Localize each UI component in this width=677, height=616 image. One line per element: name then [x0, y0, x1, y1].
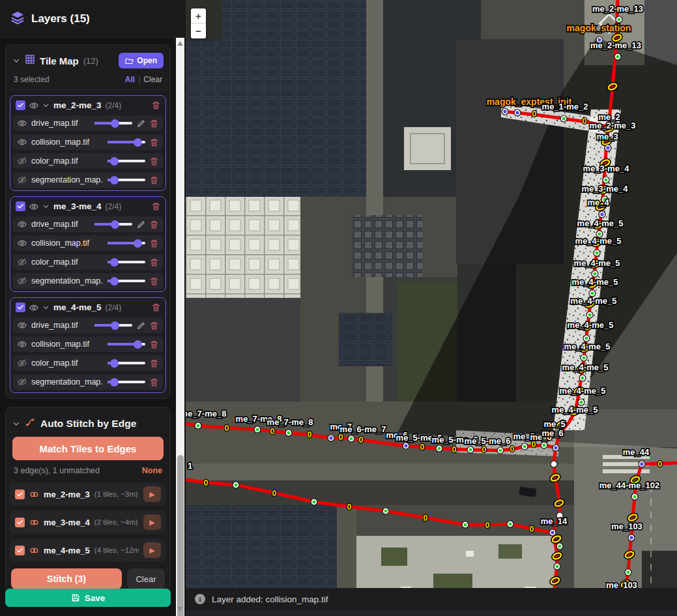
eye-icon[interactable]	[18, 239, 27, 248]
zoom-out-button[interactable]: −	[191, 23, 206, 38]
sidebar-scrollbar[interactable]	[176, 38, 184, 616]
open-button[interactable]: Open	[119, 53, 164, 68]
select-all-link[interactable]: All	[125, 75, 135, 84]
opacity-slider[interactable]	[108, 261, 145, 263]
save-button[interactable]: Save	[5, 589, 171, 607]
map-viewport[interactable]: 0000000000000000000me_2-me_13magok_stati…	[186, 0, 677, 616]
map-node-green-center	[581, 377, 584, 380]
edge-checkbox[interactable]	[15, 546, 25, 555]
delete-group-button[interactable]	[152, 101, 160, 110]
eye-off-icon[interactable]	[18, 359, 27, 368]
map-label-magok_station: magok_station	[567, 23, 631, 33]
edge-cost-label: 0	[347, 503, 352, 512]
edge-cost-label: 0	[583, 117, 587, 126]
clear-selection-link[interactable]: Clear	[143, 75, 162, 84]
eye-icon[interactable]	[18, 138, 27, 147]
group-eye-icon[interactable]	[29, 303, 38, 312]
delete-layer-button[interactable]	[150, 277, 158, 286]
delete-layer-button[interactable]	[150, 138, 158, 147]
match-tiles-button[interactable]: Match Tiles to Edges	[12, 437, 164, 460]
scroll-up-arrow[interactable]	[176, 39, 184, 48]
group-eye-icon[interactable]	[29, 202, 38, 211]
group-count: (2/4)	[106, 101, 122, 110]
opacity-slider[interactable]	[108, 280, 145, 282]
group-chevron-icon[interactable]	[42, 203, 50, 210]
run-edge-button[interactable]: ▶	[143, 514, 161, 530]
eye-icon[interactable]	[18, 340, 27, 349]
group-checkbox[interactable]	[16, 201, 25, 211]
delete-layer-button[interactable]	[150, 239, 158, 248]
delete-group-button[interactable]	[152, 303, 160, 312]
scrollbar-thumb[interactable]	[177, 455, 184, 616]
opacity-slider[interactable]	[108, 160, 145, 162]
layer-row-segmentation_map.tif: segmentation_map.tif	[13, 172, 163, 188]
delete-layer-button[interactable]	[150, 258, 158, 267]
layer-row-color_map.tif: color_map.tif	[13, 254, 163, 270]
eye-off-icon[interactable]	[18, 175, 27, 184]
layer-group-header[interactable]: me_2-me_3 (2/4)	[13, 98, 163, 112]
group-chevron-icon[interactable]	[42, 304, 50, 311]
edge-cost-label: 0	[510, 445, 515, 454]
layer-row-color_map.tif: color_map.tif	[13, 153, 163, 169]
edit-layer-button[interactable]	[137, 321, 145, 330]
group-chevron-icon[interactable]	[42, 102, 50, 109]
delete-layer-button[interactable]	[150, 220, 158, 229]
edge-checkbox[interactable]	[15, 490, 25, 499]
status-bar: i Layer added: collision_map.tif	[186, 588, 677, 610]
delete-layer-button[interactable]	[150, 176, 158, 184]
edit-layer-button[interactable]	[137, 119, 145, 128]
delete-layer-button[interactable]	[150, 359, 158, 368]
eye-off-icon[interactable]	[18, 257, 27, 267]
delete-layer-button[interactable]	[150, 119, 158, 128]
scroll-down-arrow[interactable]	[176, 605, 184, 613]
delete-layer-button[interactable]	[150, 157, 158, 166]
opacity-slider[interactable]	[108, 343, 145, 345]
eye-off-icon[interactable]	[18, 377, 27, 387]
delete-layer-button[interactable]	[150, 321, 158, 330]
edge-cost-label: 0	[270, 427, 275, 436]
layer-group-me_3-me_4: me_3-me_4 (2/4) drive_map.tif collision_…	[10, 196, 166, 292]
opacity-slider[interactable]	[94, 122, 132, 125]
map-node-purple-center	[600, 213, 603, 216]
edge-cost-label: 0	[485, 521, 490, 530]
run-edge-button[interactable]: ▶	[143, 542, 161, 558]
map-node-white[interactable]	[551, 461, 557, 467]
layer-group-header[interactable]: me_4-me_5 (2/4)	[13, 301, 163, 314]
layer-group-header[interactable]: me_3-me_4 (2/4)	[13, 199, 163, 213]
group-checkbox[interactable]	[16, 100, 25, 110]
eye-icon[interactable]	[18, 119, 27, 128]
zoom-in-button[interactable]: +	[191, 8, 206, 23]
delete-layer-button[interactable]	[150, 378, 158, 387]
opacity-slider[interactable]	[108, 242, 145, 244]
stitch-button[interactable]: Stitch (3)	[11, 568, 122, 589]
delete-layer-button[interactable]	[150, 340, 158, 349]
opacity-slider[interactable]	[108, 381, 145, 383]
none-link[interactable]: None	[142, 466, 162, 475]
map-node-purple-center	[404, 444, 407, 447]
edge-name: me_3-me_4	[44, 518, 90, 527]
group-eye-icon[interactable]	[29, 101, 38, 110]
eye-icon[interactable]	[18, 220, 27, 229]
clear-edges-button[interactable]: Clear	[127, 568, 165, 589]
collapse-chevron-icon[interactable]	[12, 420, 20, 428]
opacity-slider[interactable]	[94, 223, 132, 226]
eye-off-icon[interactable]	[18, 156, 27, 166]
layer-name: drive_map.tif	[31, 321, 90, 330]
layer-name: color_map.tif	[31, 359, 103, 368]
opacity-slider[interactable]	[94, 324, 132, 327]
route-icon	[25, 417, 36, 430]
group-checkbox[interactable]	[16, 302, 25, 312]
opacity-slider[interactable]	[108, 362, 145, 364]
edge-checkbox[interactable]	[15, 518, 25, 527]
eye-icon[interactable]	[18, 321, 27, 330]
delete-group-button[interactable]	[152, 202, 160, 211]
opacity-slider[interactable]	[108, 179, 145, 181]
opacity-slider[interactable]	[108, 141, 145, 143]
layer-row-segmentation_map.tif: segmentation_map.tif	[13, 374, 163, 390]
map-node-green-center	[438, 447, 441, 450]
run-edge-button[interactable]: ▶	[143, 486, 161, 502]
collapse-chevron-icon[interactable]	[12, 57, 20, 65]
edit-layer-button[interactable]	[137, 220, 145, 229]
eye-off-icon[interactable]	[18, 276, 27, 286]
map-label-me_6: me_6	[541, 428, 563, 438]
